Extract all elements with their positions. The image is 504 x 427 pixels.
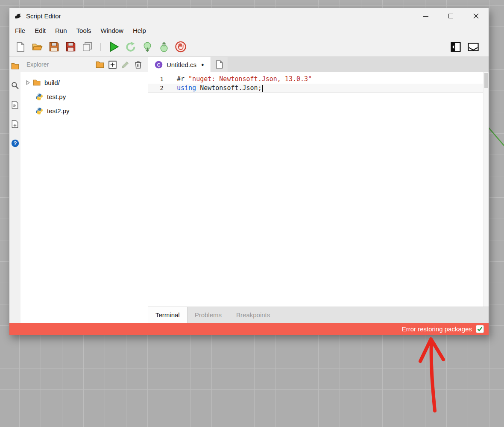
activity-files-button[interactable] — [11, 62, 19, 70]
script-file-icon — [12, 101, 18, 109]
error-message: Error restoring packages — [402, 325, 472, 333]
explorer-panel: Explorer — [21, 57, 148, 323]
duplicate-button[interactable] — [82, 41, 93, 53]
line-number: 2 — [148, 84, 170, 93]
rename-button[interactable] — [121, 60, 130, 69]
tab-untitled-cs[interactable]: C Untitled.cs ● — [148, 57, 211, 72]
titlebar[interactable]: Script Editor — [9, 8, 489, 24]
csharp-icon: C — [155, 61, 163, 69]
code-line[interactable]: 2using Newtonsoft.Json; — [148, 84, 483, 93]
menubar: File Edit Run Tools Window Help — [9, 24, 489, 37]
tree-item-build[interactable]: build/ — [21, 76, 148, 90]
activity-help-button[interactable]: ? — [11, 139, 19, 147]
duplicate-icon — [82, 42, 93, 52]
python-icon — [35, 107, 43, 115]
editor-column: C Untitled.cs ● 1#r "nuget: Newtonsoft.J… — [148, 57, 489, 323]
new-folder-button[interactable] — [95, 60, 104, 69]
panel-tab-label: Terminal — [155, 311, 180, 319]
code-text: #r "nuget: Newtonsoft.Json, 13.0.3" — [170, 75, 312, 84]
collapse-panel-button[interactable] — [450, 41, 461, 53]
tree-item-test-py[interactable]: test.py — [21, 90, 148, 104]
delete-button[interactable] — [134, 60, 143, 69]
tab-breakpoints[interactable]: Breakpoints — [229, 307, 277, 323]
new-file-button-explorer[interactable] — [108, 60, 117, 69]
tab-terminal[interactable]: Terminal — [148, 307, 188, 323]
code-line[interactable]: 1#r "nuget: Newtonsoft.Json, 13.0.3" — [148, 75, 483, 84]
collapse-panel-icon — [451, 42, 461, 52]
tab-label: Untitled.cs — [167, 61, 196, 68]
save-button[interactable] — [48, 41, 59, 53]
activity-bar: ? — [9, 57, 21, 323]
panel-tab-label: Breakpoints — [236, 311, 270, 319]
step-up-button[interactable] — [158, 41, 170, 53]
svg-text:?: ? — [13, 140, 17, 146]
menu-window[interactable]: Window — [96, 25, 128, 36]
bottom-panel-tabs: Terminal Problems Breakpoints — [148, 307, 489, 323]
tab-modified-dot: ● — [201, 62, 204, 67]
save-all-icon — [66, 42, 76, 52]
menu-help[interactable]: Help — [128, 25, 151, 36]
open-file-button[interactable] — [32, 41, 43, 53]
help-icon: ? — [11, 139, 19, 147]
stop-button[interactable] — [175, 41, 186, 53]
step-down-button[interactable] — [142, 41, 153, 53]
scrollbar-thumb[interactable] — [484, 73, 488, 88]
restart-button[interactable] — [125, 41, 136, 53]
new-file-button[interactable] — [15, 41, 26, 53]
activity-search-button[interactable] — [11, 81, 19, 90]
window-title: Script Editor — [26, 12, 61, 20]
menu-edit[interactable]: Edit — [30, 25, 50, 36]
expand-caret-icon[interactable] — [25, 80, 31, 85]
maximize-icon — [448, 14, 453, 18]
tree-item-test2-py[interactable]: test2.py — [21, 104, 148, 118]
minimize-button[interactable] — [413, 8, 438, 24]
tree-item-label: build/ — [44, 79, 60, 86]
activity-script-button[interactable] — [11, 100, 19, 109]
restart-icon — [125, 42, 136, 52]
menu-tools[interactable]: Tools — [72, 25, 96, 36]
main-area: ? Explorer — [9, 56, 489, 323]
new-file-icon — [16, 42, 25, 52]
open-folder-icon — [32, 42, 43, 52]
new-folder-icon — [96, 61, 104, 68]
minimize-icon — [423, 16, 428, 17]
trash-icon — [135, 61, 142, 69]
editor-scrollbar[interactable] — [483, 72, 489, 307]
run-button[interactable] — [108, 41, 120, 53]
explorer-header: Explorer — [21, 57, 148, 72]
run-icon — [108, 41, 120, 53]
explorer-toolbar — [95, 60, 143, 69]
pencil-icon — [121, 61, 129, 69]
step-up-icon — [159, 42, 169, 52]
checkbox-check-icon — [477, 326, 483, 332]
save-icon — [49, 42, 59, 52]
close-button[interactable] — [463, 8, 489, 24]
window-controls — [413, 8, 489, 24]
explorer-title: Explorer — [26, 61, 49, 68]
mail-button[interactable] — [468, 41, 479, 53]
close-icon — [473, 13, 479, 19]
activity-new-script-button[interactable] — [11, 120, 19, 128]
maximize-button[interactable] — [438, 8, 463, 24]
toolbar-separator — [100, 43, 101, 51]
tree-item-label: test2.py — [47, 107, 70, 114]
code-text: using Newtonsoft.Json; — [170, 84, 263, 93]
text-cursor — [262, 85, 263, 92]
error-dismiss-checkbox[interactable] — [476, 325, 484, 333]
panel-tab-label: Problems — [195, 311, 222, 319]
new-tab-button[interactable] — [211, 57, 228, 72]
python-icon — [35, 93, 43, 101]
code-editor[interactable]: 1#r "nuget: Newtonsoft.Json, 13.0.3"2usi… — [148, 72, 489, 307]
save-all-button[interactable] — [65, 41, 76, 53]
tab-problems[interactable]: Problems — [188, 307, 229, 323]
menu-run[interactable]: Run — [50, 25, 72, 36]
menu-file[interactable]: File — [10, 25, 30, 36]
new-script-icon — [12, 120, 18, 128]
line-number: 1 — [148, 75, 170, 84]
step-down-icon — [143, 42, 152, 52]
stop-icon — [175, 41, 186, 53]
tree-item-label: test.py — [47, 93, 66, 100]
toolbar-right-group — [450, 41, 489, 53]
search-icon — [11, 82, 19, 89]
new-tab-file-icon — [216, 60, 223, 69]
